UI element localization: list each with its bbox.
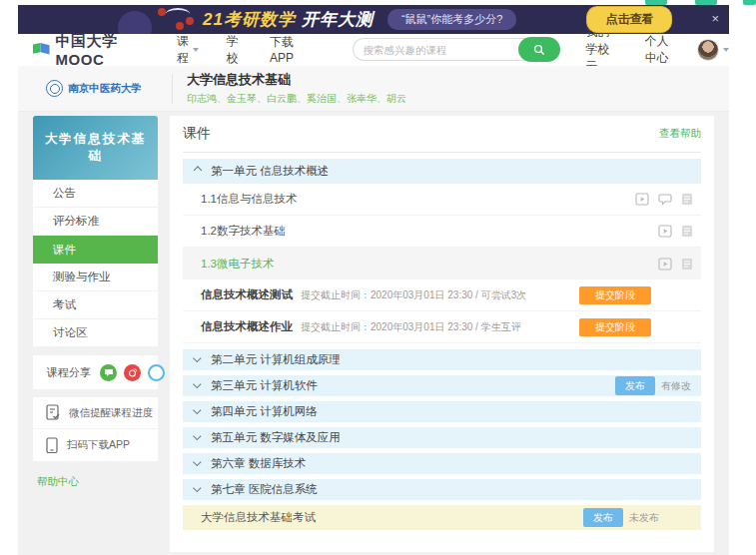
wechat-reminder-label: 微信提醒课程进度 bbox=[69, 406, 153, 420]
unit-header-4[interactable]: 第四单元 计算机网络 bbox=[183, 401, 701, 422]
unit-actions: 发布 有修改 bbox=[615, 376, 691, 395]
sidebar-item-exams[interactable]: 考试 bbox=[33, 291, 158, 319]
lesson-icons bbox=[658, 258, 693, 271]
homework-deadline: 提交截止时间：2020年03月01日 23:30 / 学生互评 bbox=[301, 320, 521, 334]
unpublished-note: 未发布 bbox=[629, 511, 659, 525]
document-icon[interactable] bbox=[681, 258, 693, 271]
lesson-row-1-3[interactable]: 1.3微电子技术 bbox=[183, 248, 701, 279]
unit-label: 第二单元 计算机组成原理 bbox=[211, 352, 341, 367]
modified-note: 有修改 bbox=[661, 379, 691, 393]
weibo-share-icon[interactable] bbox=[124, 364, 141, 381]
promo-subtitle: “鼠鼠”你能考多少分? bbox=[387, 9, 516, 30]
banner-close-icon[interactable]: × bbox=[711, 11, 719, 26]
publish-button[interactable]: 发布 bbox=[583, 508, 623, 527]
scan-app-row[interactable]: 扫码下载APP bbox=[33, 429, 158, 461]
scan-app-label: 扫码下载APP bbox=[67, 438, 130, 452]
discussion-icon[interactable] bbox=[658, 193, 672, 206]
test-phase-tag[interactable]: 提交阶段 bbox=[579, 286, 651, 304]
main-navbar: 中国大学MOOC 课程 学校 下载APP 我的学校云 个人中心 bbox=[18, 34, 729, 65]
checklist-icon bbox=[45, 404, 61, 421]
homework-row[interactable]: 信息技术概述作业 提交截止时间：2020年03月01日 23:30 / 学生互评… bbox=[183, 311, 701, 343]
test-row[interactable]: 信息技术概述测试 提交截止时间：2020年03月01日 23:30 / 可尝试3… bbox=[183, 279, 701, 311]
lesson-title: 1.3微电子技术 bbox=[201, 257, 275, 272]
share-label: 课程分享 bbox=[47, 365, 91, 380]
sidebar-tools: 微信提醒课程进度 扫码下载APP bbox=[33, 397, 158, 461]
chevron-down-icon bbox=[193, 431, 201, 439]
promo-title: 21考研数学开年大测 bbox=[203, 8, 374, 31]
promo-cta-button[interactable]: 点击查看 bbox=[586, 6, 672, 33]
homework-phase-tag[interactable]: 提交阶段 bbox=[579, 318, 651, 336]
brand-logo[interactable]: 中国大学MOOC bbox=[33, 32, 139, 68]
qq-share-icon[interactable] bbox=[148, 364, 165, 381]
sidebar-item-grading[interactable]: 评分标准 bbox=[33, 208, 158, 236]
brand-name: 中国大学MOOC bbox=[56, 32, 139, 68]
wechat-reminder-row[interactable]: 微信提醒课程进度 bbox=[33, 397, 158, 429]
lesson-row-1-2[interactable]: 1.2数字技术基础 bbox=[183, 216, 701, 248]
course-header: 南京中医药大学 大学信息技术基础 印志鸿、金玉琴、白云鹏、奚治国、张幸华、胡云 bbox=[18, 66, 729, 112]
panel-header: 课件 查看帮助 bbox=[183, 116, 701, 153]
nav-item-schools[interactable]: 学校 bbox=[227, 33, 242, 67]
school-logo[interactable]: 南京中医药大学 bbox=[18, 80, 170, 97]
test-title[interactable]: 信息技术概述测试 bbox=[201, 287, 293, 302]
wechat-share-icon[interactable] bbox=[100, 364, 117, 381]
page-body: 大学信息技术基础 公告 评分标准 课件 测验与作业 考试 讨论区 课程分享 bbox=[18, 112, 729, 555]
chevron-down-icon bbox=[193, 483, 201, 491]
video-play-icon[interactable] bbox=[635, 193, 649, 206]
chevron-down-icon bbox=[193, 457, 201, 465]
sidebar-item-announcements[interactable]: 公告 bbox=[33, 180, 158, 208]
user-menu[interactable] bbox=[697, 39, 729, 61]
school-emblem-icon bbox=[46, 80, 63, 97]
exam-title: 大学信息技术基础考试 bbox=[201, 510, 316, 525]
course-title: 大学信息技术基础 bbox=[187, 71, 406, 89]
phone-icon bbox=[45, 437, 59, 454]
lesson-row-1-1[interactable]: 1.1信息与信息技术 bbox=[183, 184, 701, 216]
search-bar bbox=[353, 37, 560, 62]
help-center-link[interactable]: 帮助中心 bbox=[33, 475, 158, 489]
unit-label: 第七章 医院信息系统 bbox=[211, 482, 318, 497]
nav-links: 课程 学校 下载APP bbox=[177, 33, 301, 67]
unit-header-1[interactable]: 第一单元 信息技术概述 bbox=[183, 159, 701, 184]
sidebar-item-courseware[interactable]: 课件 bbox=[33, 236, 158, 264]
search-button[interactable] bbox=[518, 37, 560, 62]
promo-banner[interactable]: 21考研数学开年大测 “鼠鼠”你能考多少分? 点击查看 × bbox=[18, 5, 729, 34]
sidebar-item-quizzes[interactable]: 测验与作业 bbox=[33, 264, 158, 291]
unit-header-7[interactable]: 第七章 医院信息系统 bbox=[183, 479, 701, 500]
unit-header-3[interactable]: 第三单元 计算机软件 发布 有修改 bbox=[183, 375, 701, 396]
document-icon[interactable] bbox=[681, 193, 693, 206]
sidebar-item-discussion[interactable]: 讨论区 bbox=[33, 319, 158, 347]
mooc-flag-icon bbox=[33, 41, 50, 58]
nav-item-courses[interactable]: 课程 bbox=[177, 33, 199, 67]
exam-actions: 发布 未发布 bbox=[583, 508, 659, 527]
lesson-title: 1.2数字技术基础 bbox=[201, 224, 286, 239]
avatar[interactable] bbox=[697, 39, 719, 61]
chevron-down-icon bbox=[193, 353, 201, 361]
view-help-link[interactable]: 查看帮助 bbox=[659, 127, 701, 141]
homework-title[interactable]: 信息技术概述作业 bbox=[201, 319, 293, 334]
personal-center-link[interactable]: 个人中心 bbox=[645, 33, 673, 67]
search-input[interactable] bbox=[353, 38, 530, 61]
document-icon[interactable] bbox=[681, 225, 693, 238]
unit-label: 第四单元 计算机网络 bbox=[211, 404, 318, 419]
search-icon bbox=[533, 44, 545, 56]
publish-button[interactable]: 发布 bbox=[615, 376, 655, 395]
unit-header-2[interactable]: 第二单元 计算机组成原理 bbox=[183, 349, 701, 370]
unit-header-5[interactable]: 第五单元 数字媒体及应用 bbox=[183, 427, 701, 448]
window-control[interactable] bbox=[743, 0, 756, 5]
unit-label: 第三单元 计算机软件 bbox=[211, 378, 318, 393]
screen: 21考研数学开年大测 “鼠鼠”你能考多少分? 点击查看 × 中国大学MOOC 课… bbox=[0, 0, 756, 555]
final-exam-row[interactable]: 大学信息技术基础考试 发布 未发布 bbox=[183, 505, 701, 530]
unit-header-6[interactable]: 第六章 数据库技术 bbox=[183, 453, 701, 474]
sidebar-menu: 公告 评分标准 课件 测验与作业 考试 讨论区 bbox=[33, 180, 158, 347]
video-play-icon[interactable] bbox=[658, 225, 672, 238]
lesson-title: 1.1信息与信息技术 bbox=[201, 192, 298, 207]
courseware-panel: 课件 查看帮助 第一单元 信息技术概述 1.1信息与信息技术 1.2数字技术基础 bbox=[170, 116, 714, 552]
divider bbox=[172, 74, 173, 104]
unit-label: 第五单元 数字媒体及应用 bbox=[211, 430, 341, 445]
chevron-down-icon bbox=[723, 48, 729, 52]
sidebar: 大学信息技术基础 公告 评分标准 课件 测验与作业 考试 讨论区 课程分享 bbox=[33, 116, 158, 489]
chevron-down-icon bbox=[193, 48, 199, 52]
video-play-icon[interactable] bbox=[658, 258, 672, 271]
course-teachers[interactable]: 印志鸿、金玉琴、白云鹏、奚治国、张幸华、胡云 bbox=[187, 92, 406, 106]
page-title: 课件 bbox=[183, 125, 211, 143]
nav-item-download-app[interactable]: 下载APP bbox=[270, 34, 300, 65]
